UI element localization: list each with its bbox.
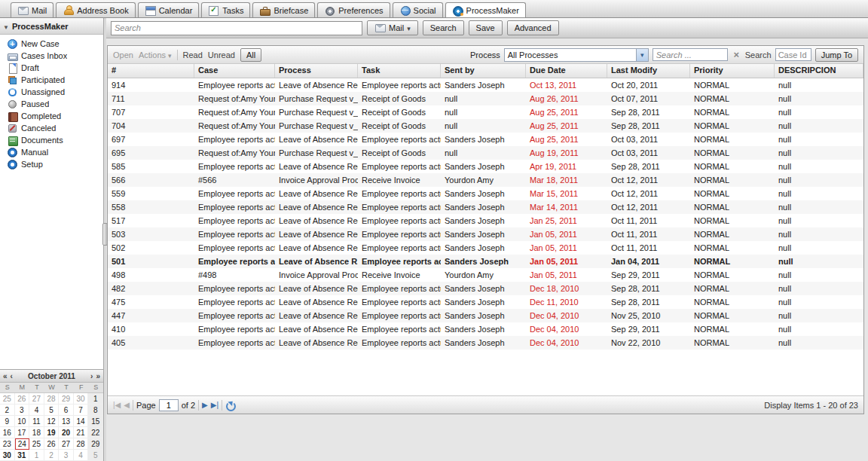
calendar-day[interactable]: 12 [44,416,60,427]
calendar-day[interactable]: 20 [59,427,74,438]
calendar-day[interactable]: 1 [88,393,103,405]
calendar-day[interactable]: 29 [59,393,74,405]
sidebar-item-new-case[interactable]: New Case [0,38,103,50]
table-row[interactable]: 559Employee reports actua...Leave of Abs… [108,187,863,200]
calendar-day[interactable]: 23 [0,438,15,450]
calendar-prev-year-icon[interactable] [2,372,8,380]
table-row[interactable]: 697Employee reports actua...Leave of Abs… [108,133,863,146]
table-row[interactable]: 517Employee reports actua...Leave of Abs… [108,214,863,227]
tab-mail[interactable]: Mail [11,2,53,17]
table-row[interactable]: 498#498Invoice Approval Proce...Receive … [108,268,863,282]
open-button[interactable]: Open [113,50,133,60]
calendar-day[interactable]: 2 [44,450,60,461]
calendar-day[interactable]: 4 [74,450,89,461]
sidebar-item-cases-inbox[interactable]: Cases Inbox [0,50,103,62]
refresh-icon[interactable] [225,401,234,410]
all-filter-button[interactable]: All [240,48,261,62]
column-header-last-modify[interactable]: Last Modify [607,64,690,78]
table-row[interactable]: 503Employee reports actua...Leave of Abs… [108,227,863,241]
unread-button[interactable]: Unread [208,50,235,60]
table-row[interactable]: 585Employee reports actua...Leave of Abs… [108,160,863,173]
table-row[interactable]: 410Employee reports actua...Leave of Abs… [108,322,863,336]
calendar-day[interactable]: 13 [59,416,74,427]
sidebar-item-completed[interactable]: Completed [0,110,103,122]
calendar-day[interactable]: 31 [15,450,30,461]
table-row[interactable]: 405Employee reports actua...Leave of Abs… [108,336,863,350]
sidebar-item-documents[interactable]: Documents [0,134,103,146]
table-row[interactable]: 711Request of:Amy YourdonPurchase Reques… [108,92,863,105]
calendar-day[interactable]: 21 [74,427,89,438]
tab-address-book[interactable]: Address Book [56,2,135,17]
table-row[interactable]: 558Employee reports actua...Leave of Abs… [108,200,863,214]
sidebar-header[interactable]: ProcessMaker [0,18,103,35]
actions-menu-button[interactable]: Actions [139,50,172,60]
calendar-day[interactable]: 9 [0,416,15,427]
calendar-day[interactable]: 28 [74,438,89,450]
sidebar-item-manual[interactable]: Manual [0,146,103,158]
calendar-day[interactable]: 30 [0,450,15,461]
search-input[interactable] [111,21,362,35]
calendar-day[interactable]: 8 [88,405,103,416]
table-row[interactable]: 914Employee reports actua...Leave of Abs… [108,78,863,92]
table-row[interactable]: 695Request of:Amy YourdonPurchase Reques… [108,146,863,160]
calendar-day[interactable]: 16 [0,427,15,438]
calendar-day[interactable]: 5 [88,450,103,461]
sidebar-item-paused[interactable]: Paused [0,98,103,110]
calendar-day[interactable]: 28 [44,393,60,405]
calendar-day[interactable]: 3 [15,405,30,416]
calendar-day[interactable]: 29 [88,438,103,450]
column-header-case[interactable]: Case [194,64,275,78]
calendar-day[interactable]: 7 [74,405,89,416]
calendar-day[interactable]: 22 [88,427,103,438]
calendar-day[interactable]: 11 [29,416,44,427]
calendar-day[interactable]: 19 [44,427,60,438]
prev-page-icon[interactable] [124,401,130,409]
calendar-day[interactable]: 3 [59,450,74,461]
sidebar-item-draft[interactable]: Draft [0,62,103,74]
column-header-process[interactable]: Process [275,64,358,78]
calendar-day[interactable]: 25 [29,438,44,450]
calendar-day[interactable]: 26 [44,438,60,450]
calendar-day[interactable]: 5 [44,405,60,416]
next-page-icon[interactable] [202,401,208,409]
calendar-prev-month-icon[interactable] [10,372,14,380]
search-button[interactable]: Search [423,20,464,35]
column-header-task[interactable]: Task [358,64,441,78]
grid-search-button[interactable]: Search [745,50,772,60]
sidebar-item-unassigned[interactable]: Unassigned [0,86,103,98]
calendar-day[interactable]: 18 [29,427,44,438]
sidebar-item-setup[interactable]: Setup [0,158,103,170]
sidebar-item-canceled[interactable]: Canceled [0,122,103,134]
calendar-day[interactable]: 6 [59,405,74,416]
read-button[interactable]: Read [183,50,203,60]
calendar-day[interactable]: 4 [29,405,44,416]
tab-processmaker[interactable]: ProcessMaker [445,2,526,17]
tab-social[interactable]: Social [393,2,443,17]
process-filter-select[interactable]: All Processes [504,48,649,62]
column-header-due-date[interactable]: Due Date [526,64,607,78]
table-row[interactable]: 482Employee reports actua...Leave of Abs… [108,282,863,295]
clear-search-icon[interactable] [732,49,741,60]
tab-briefcase[interactable]: Briefcase [252,2,315,17]
calendar-day[interactable]: 2 [0,405,15,416]
tab-tasks[interactable]: Tasks [201,2,250,17]
case-id-input[interactable] [775,48,811,61]
last-page-icon[interactable] [211,401,219,409]
column-header-priority[interactable]: Priority [690,64,775,78]
calendar-day[interactable]: 27 [29,393,44,405]
calendar-day[interactable]: 17 [15,427,30,438]
column-header-sent-by[interactable]: Sent by [441,64,526,78]
column-header-descripcion[interactable]: DESCRIPCION [775,64,863,78]
calendar-next-month-icon[interactable] [90,372,93,380]
table-row[interactable]: 566#566Invoice Approval Proce...Receive … [108,173,863,187]
table-row[interactable]: 501Employee reports ac...Leave of Absenc… [108,255,863,268]
calendar-day[interactable]: 25 [0,393,15,405]
sidebar-item-participated[interactable]: Participated [0,74,103,86]
table-row[interactable]: 447Employee reports actua...Leave of Abs… [108,309,863,322]
column-header--[interactable]: # [108,64,194,78]
page-input[interactable] [159,399,179,411]
table-row[interactable]: 704Request of:Amy YourdonPurchase Reques… [108,119,863,133]
search-scope-button[interactable]: Mail [367,20,418,35]
grid-search-input[interactable] [653,48,728,61]
calendar-day[interactable]: 15 [88,416,103,427]
